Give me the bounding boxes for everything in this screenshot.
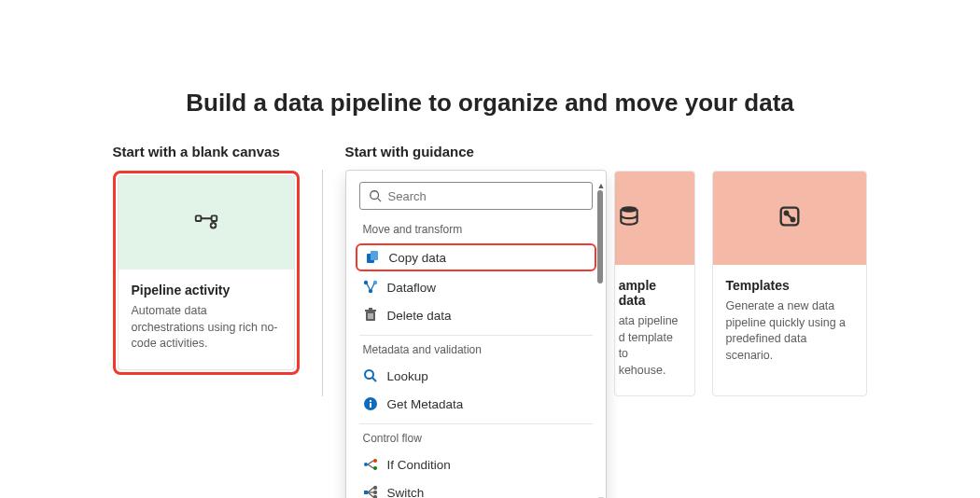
group-move-transform: Move and transform xyxy=(346,219,606,242)
divider xyxy=(359,423,593,424)
svg-point-38 xyxy=(373,491,376,494)
svg-line-18 xyxy=(371,284,374,289)
activity-picker-dropdown: Move and transform Copy data xyxy=(345,170,607,498)
group-metadata-validation: Metadata and validation xyxy=(346,339,606,362)
copy-data-icon xyxy=(365,250,380,265)
svg-point-16 xyxy=(368,289,371,293)
dataflow-icon xyxy=(363,280,378,295)
menu-label: Lookup xyxy=(387,369,428,383)
svg-line-36 xyxy=(368,492,373,497)
svg-point-37 xyxy=(373,487,376,490)
pipeline-icon xyxy=(192,207,220,239)
svg-line-34 xyxy=(368,488,373,492)
menu-item-delete-data[interactable]: Delete data xyxy=(346,301,606,329)
svg-point-6 xyxy=(621,206,637,213)
svg-line-26 xyxy=(372,378,376,381)
svg-rect-21 xyxy=(369,308,372,310)
group-control-flow: Control flow xyxy=(346,428,606,450)
svg-point-10 xyxy=(370,191,378,200)
scroll-up-arrow[interactable]: ▲ xyxy=(597,182,603,190)
svg-point-31 xyxy=(373,459,377,463)
templates-icon xyxy=(777,203,803,233)
menu-item-lookup[interactable]: Lookup xyxy=(346,362,606,390)
templates-card-top xyxy=(713,172,867,265)
menu-item-if-condition[interactable]: If Condition xyxy=(346,450,606,478)
sample-card-desc: ata pipeline d template to kehouse. xyxy=(619,313,681,379)
menu-label: Copy data xyxy=(389,251,447,265)
svg-rect-0 xyxy=(195,215,201,221)
menu-label: If Condition xyxy=(387,458,451,472)
pipeline-card-desc: Automate data orchestrations using rich … xyxy=(132,303,281,353)
search-box[interactable] xyxy=(359,182,593,210)
menu-item-switch[interactable]: Switch xyxy=(346,478,606,498)
dropdown-scrollbar[interactable]: ▲ ▼ xyxy=(597,182,603,498)
pipeline-card-title: Pipeline activity xyxy=(132,283,281,297)
sample-card-title: ample data xyxy=(619,278,681,308)
info-icon xyxy=(363,396,378,411)
svg-rect-28 xyxy=(370,403,371,408)
guidance-section: Start with guidance xyxy=(345,144,868,396)
templates-card-title: Templates xyxy=(726,278,854,293)
menu-label: Get Metadata xyxy=(387,397,464,411)
sample-card-top xyxy=(615,172,694,265)
pipeline-card-top xyxy=(119,176,294,270)
svg-line-17 xyxy=(367,284,370,289)
guidance-heading: Start with guidance xyxy=(345,144,868,159)
menu-label: Switch xyxy=(387,486,425,499)
database-icon xyxy=(617,204,641,232)
blank-canvas-section: Start with a blank canvas xyxy=(113,144,300,396)
svg-rect-1 xyxy=(211,215,217,221)
switch-icon xyxy=(363,485,378,498)
menu-item-dataflow[interactable]: Dataflow xyxy=(346,273,606,301)
menu-label: Delete data xyxy=(387,309,452,323)
lookup-icon xyxy=(363,368,378,383)
scrollbar-thumb[interactable] xyxy=(597,190,603,284)
blank-canvas-heading: Start with a blank canvas xyxy=(113,144,300,159)
svg-rect-29 xyxy=(370,400,371,402)
section-divider xyxy=(322,170,323,396)
search-icon xyxy=(368,188,383,203)
menu-item-get-metadata[interactable]: Get Metadata xyxy=(346,390,606,418)
templates-card-desc: Generate a new data pipeline quickly usi… xyxy=(726,298,854,364)
svg-rect-33 xyxy=(364,491,368,494)
svg-rect-13 xyxy=(371,251,378,260)
trash-icon xyxy=(363,308,378,323)
svg-point-30 xyxy=(364,463,368,466)
svg-line-11 xyxy=(377,199,381,202)
search-input[interactable] xyxy=(388,189,584,203)
svg-rect-20 xyxy=(365,310,376,311)
pipeline-card-highlight: Pipeline activity Automate data orchestr… xyxy=(113,171,300,375)
pipeline-activity-card[interactable]: Pipeline activity Automate data orchestr… xyxy=(118,175,295,370)
page-title: Build a data pipeline to organize and mo… xyxy=(37,89,943,118)
menu-label: Dataflow xyxy=(387,281,437,295)
menu-item-copy-data[interactable]: Copy data xyxy=(356,243,596,271)
divider xyxy=(359,335,593,336)
svg-point-25 xyxy=(365,370,373,379)
svg-point-32 xyxy=(373,466,377,470)
templates-card[interactable]: Templates Generate a new data pipeline q… xyxy=(712,171,868,396)
sample-data-card[interactable]: ample data ata pipeline d template to ke… xyxy=(614,171,695,396)
branch-icon xyxy=(363,457,378,472)
